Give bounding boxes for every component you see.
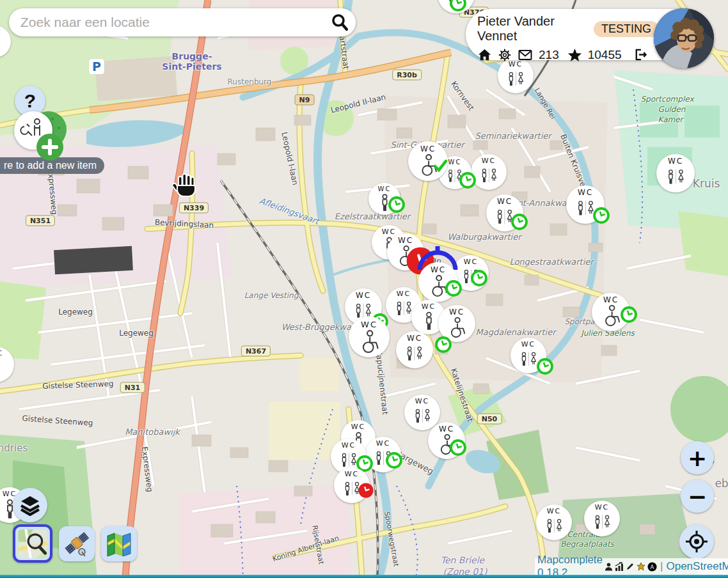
map-icon: [106, 531, 132, 557]
search-icon[interactable]: [330, 13, 349, 32]
search-bar: [9, 8, 356, 36]
toilet-marker[interactable]: WC: [656, 154, 695, 192]
toilet-marker[interactable]: WC: [396, 331, 433, 368]
green-check-badge: [431, 157, 449, 178]
bg-option-satellite[interactable]: [59, 526, 95, 561]
copyright-icon[interactable]: A: [647, 562, 657, 572]
svg-text:A: A: [651, 563, 654, 570]
toilet-marker[interactable]: WC: [498, 58, 534, 93]
geolocate-button[interactable]: [679, 524, 714, 559]
openstreetmap-link[interactable]: OpenStreetMap: [666, 560, 728, 573]
green-clock-badge: [388, 196, 406, 216]
green-clock-badge: [620, 306, 638, 326]
user-avatar[interactable]: [654, 8, 714, 68]
green-clock-badge: [592, 207, 610, 227]
toilet-marker[interactable]: WC: [0, 347, 14, 382]
star-icon[interactable]: [567, 48, 582, 62]
bottom-panel-edge: [0, 575, 728, 578]
contributor-icon[interactable]: [605, 562, 613, 571]
green-clock-badge: [449, 439, 467, 459]
green-clock-badge: [449, 0, 467, 15]
green-clock-badge: [510, 213, 528, 233]
changeset-count: 10455: [588, 48, 622, 62]
bg-option-osm-carto[interactable]: [13, 524, 52, 563]
messages-envelope-icon[interactable]: [518, 48, 533, 62]
zoom-in-button[interactable]: +: [681, 441, 714, 474]
user-name[interactable]: Pieter Vander Vennet: [477, 14, 587, 43]
toilet-marker[interactable]: WC: [349, 316, 390, 357]
testing-badge: TESTING: [594, 21, 659, 37]
attribution-separator: |: [660, 560, 663, 573]
green-clock-badge: [536, 357, 554, 378]
toilet-marker[interactable]: WC: [0, 26, 11, 58]
background-switcher: [13, 526, 137, 563]
bg-option-map[interactable]: [101, 526, 137, 561]
green-clock-badge: [434, 336, 452, 356]
toilet-marker[interactable]: WC: [536, 504, 572, 540]
add-item-pin[interactable]: [8, 107, 74, 169]
pen-icon[interactable]: [626, 562, 635, 571]
green-clock-badge: [385, 451, 403, 472]
toilet-marker[interactable]: WC: [584, 501, 620, 536]
community-icon[interactable]: [637, 562, 645, 571]
settings-gear-icon[interactable]: [498, 48, 512, 62]
logout-icon[interactable]: [633, 47, 648, 62]
message-count: 213: [539, 48, 559, 62]
home-icon[interactable]: [477, 47, 492, 62]
crosshair-icon: [684, 529, 709, 554]
satellite-icon: [63, 531, 90, 558]
statistics-icon[interactable]: [615, 562, 624, 571]
hand-cursor-icon: [173, 170, 202, 202]
green-clock-badge: [470, 269, 488, 290]
green-clock-badge: [459, 171, 477, 192]
mapcomplete-app: Brugge-Sint-PietersRustenburgVaartstraat…: [0, 0, 728, 578]
search-input[interactable]: [19, 14, 330, 31]
green-clock-badge: [445, 279, 463, 300]
layers-button[interactable]: [13, 488, 47, 522]
toilet-markers-layer: WCWCWCWCWCWCWCWCWCWCWCWCWCWCWCWCWCWCWCWC…: [0, 0, 728, 578]
red-clock-badge: [358, 482, 374, 501]
attribution-bar: Mapcomplete 0.18.2 A | OpenStreetMap: [535, 558, 728, 575]
osm-carto-icon: [18, 529, 47, 558]
zoom-out-button[interactable]: −: [681, 480, 714, 513]
